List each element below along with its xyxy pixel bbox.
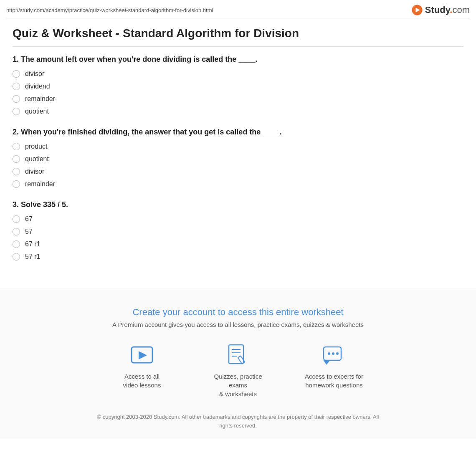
question-3-text: 3. Solve 335 / 5. (13, 200, 463, 209)
feature-expert-label: Access to experts forhomework questions (305, 372, 363, 390)
option-label: quotient (25, 108, 49, 115)
copyright-text: © copyright 2003-2020 Study.com. All oth… (92, 413, 384, 430)
footer-headline: Create your account to access this entir… (8, 307, 468, 318)
radio-circle[interactable] (13, 168, 20, 175)
video-icon (129, 343, 154, 368)
question-2-text: 2. When you're finished dividing, the an… (13, 128, 463, 137)
top-bar: http://study.com/academy/practice/quiz-w… (0, 0, 476, 18)
question-3-block: 3. Solve 335 / 5. 67 57 67 r1 57 r1 (13, 200, 463, 261)
studycom-logo-icon (411, 4, 423, 16)
svg-marker-3 (139, 351, 147, 359)
option-label: remainder (25, 95, 55, 103)
radio-circle[interactable] (13, 228, 20, 235)
option-label: remainder (25, 180, 55, 188)
radio-circle[interactable] (13, 240, 20, 248)
option-label: divisor (25, 70, 44, 78)
option-label: 57 r1 (25, 253, 40, 261)
question-1-text: 1. The amount left over when you're done… (13, 55, 463, 64)
svg-point-10 (328, 352, 330, 355)
expert-icon (322, 343, 347, 368)
option-item[interactable]: product (13, 143, 463, 150)
logo-text: Study.com (425, 5, 470, 15)
svg-point-11 (332, 352, 334, 355)
question-1-block: 1. The amount left over when you're done… (13, 55, 463, 115)
radio-circle[interactable] (13, 180, 20, 188)
option-item[interactable]: quotient (13, 108, 463, 115)
radio-circle[interactable] (13, 83, 20, 90)
option-label: 67 (25, 215, 33, 223)
svg-point-12 (336, 352, 339, 355)
logo-area: Study.com (411, 4, 470, 16)
option-item[interactable]: quotient (13, 155, 463, 163)
radio-circle[interactable] (13, 108, 20, 115)
url-text: http://study.com/academy/practice/quiz-w… (6, 7, 213, 13)
radio-circle[interactable] (13, 215, 20, 223)
svg-rect-4 (229, 345, 243, 364)
option-item[interactable]: dividend (13, 83, 463, 90)
option-item[interactable]: remainder (13, 180, 463, 188)
quiz-icon (225, 343, 251, 368)
question-1-options: divisor dividend remainder quotient (13, 70, 463, 115)
feature-expert: Access to experts forhomework questions (303, 343, 365, 398)
feature-quiz: Quizzes, practice exams& worksheets (207, 343, 269, 398)
option-label: divisor (25, 168, 44, 175)
option-item[interactable]: 67 r1 (13, 240, 463, 248)
main-content: Quiz & Worksheet - Standard Algorithm fo… (6, 18, 470, 290)
radio-circle[interactable] (13, 155, 20, 163)
page-title: Quiz & Worksheet - Standard Algorithm fo… (13, 27, 463, 47)
footer-section: Create your account to access this entir… (0, 290, 476, 439)
option-label: 57 (25, 228, 33, 235)
feature-quiz-label: Quizzes, practice exams& worksheets (207, 372, 269, 398)
option-item[interactable]: divisor (13, 168, 463, 175)
radio-circle[interactable] (13, 95, 20, 103)
feature-video-label: Access to allvideo lessons (123, 372, 161, 390)
option-item[interactable]: divisor (13, 70, 463, 78)
option-item[interactable]: 67 (13, 215, 463, 223)
features-row: Access to allvideo lessons Quizzes, prac… (8, 343, 468, 398)
footer-subtext: A Premium account gives you access to al… (8, 321, 468, 328)
option-item[interactable]: remainder (13, 95, 463, 103)
question-2-block: 2. When you're finished dividing, the an… (13, 128, 463, 188)
radio-circle[interactable] (13, 70, 20, 78)
feature-video: Access to allvideo lessons (111, 343, 173, 398)
option-label: dividend (25, 83, 50, 90)
question-2-options: product quotient divisor remainder (13, 143, 463, 188)
option-item[interactable]: 57 (13, 228, 463, 235)
option-label: product (25, 143, 47, 150)
option-label: 67 r1 (25, 240, 40, 248)
option-item[interactable]: 57 r1 (13, 253, 463, 261)
option-label: quotient (25, 155, 49, 163)
question-3-options: 67 57 67 r1 57 r1 (13, 215, 463, 261)
radio-circle[interactable] (13, 253, 20, 261)
radio-circle[interactable] (13, 143, 20, 150)
